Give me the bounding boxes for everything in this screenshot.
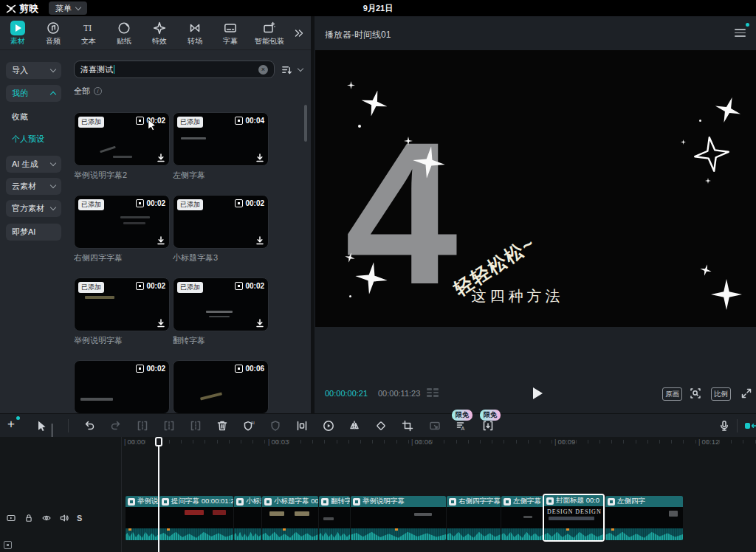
chevron-down-icon	[50, 160, 56, 166]
chevron-down-icon[interactable]	[298, 66, 303, 72]
material-card[interactable]: 已添加 00:02 翻转字幕	[173, 277, 269, 345]
undo-button[interactable]	[83, 419, 96, 432]
snap-icon[interactable]	[744, 420, 756, 432]
solo-track-icon[interactable]: S	[77, 514, 82, 522]
tab-material[interactable]: 素材	[0, 21, 35, 45]
material-name: 左侧字幕	[173, 170, 269, 180]
split-icon[interactable]	[162, 419, 176, 432]
smart-mask-ai-icon[interactable]: AI	[242, 419, 255, 432]
quality-chip[interactable]: 原画	[662, 387, 682, 401]
split-right-icon[interactable]	[189, 419, 202, 432]
chevron-down-icon[interactable]	[52, 424, 52, 437]
mirror-icon[interactable]	[348, 419, 361, 432]
mute-track-icon[interactable]	[59, 513, 69, 523]
material-card[interactable]: 已添加 00:02 右侧四字字幕	[74, 195, 170, 263]
download-icon[interactable]	[157, 236, 165, 245]
material-card[interactable]: 00:06	[173, 360, 269, 413]
material-card[interactable]: 已添加 00:02 举例说明字幕	[74, 277, 170, 345]
timeline-clip-selected[interactable]: 封面标题 00:0 DESIGN DESIGN	[543, 494, 605, 542]
template-icon	[546, 497, 554, 505]
timeline-clip[interactable]: 小标题字幕 00:	[262, 496, 318, 540]
sidebar-item-official-material[interactable]: 官方素材	[6, 200, 61, 217]
smart-caption-icon[interactable]: A	[455, 419, 468, 432]
sidebar-item-jimeng-ai[interactable]: 即梦AI	[6, 224, 61, 241]
player-menu-icon[interactable]	[735, 29, 746, 39]
timeline-clip[interactable]: 左侧四字	[605, 496, 683, 540]
ruler-label: 00:06	[411, 438, 432, 446]
timeline-clip[interactable]: 举例说明	[126, 496, 159, 540]
sidebar-item-personal-presets[interactable]: 个人预设	[12, 133, 44, 145]
preview-canvas[interactable]: 4 轻轻松松~ 这四种方法	[315, 50, 756, 327]
search-input[interactable]: 清喜测试 ×	[74, 61, 275, 78]
download-icon[interactable]	[255, 236, 264, 245]
material-card[interactable]: 00:02	[74, 360, 170, 413]
material-card[interactable]: 已添加 00:02 举例说明字幕2	[74, 112, 170, 180]
transition-icon	[188, 21, 202, 35]
delete-button[interactable]	[216, 419, 229, 432]
tab-captions[interactable]: 字幕	[213, 21, 248, 45]
material-card[interactable]: 已添加 00:02 小标题字幕3	[173, 195, 269, 263]
mask-icon[interactable]	[269, 419, 282, 432]
download-icon[interactable]	[255, 153, 264, 162]
duration-label: 00:04	[245, 117, 264, 125]
redo-button[interactable]	[109, 419, 123, 432]
download-icon[interactable]	[255, 319, 264, 328]
sort-button[interactable]	[281, 63, 293, 76]
tab-effects[interactable]: 特效	[142, 21, 177, 45]
clip-label: 左侧四字	[617, 497, 645, 506]
sidebar-item-ai-generate[interactable]: AI 生成	[6, 156, 61, 173]
download-icon[interactable]	[157, 153, 165, 162]
timeline-settings-icon[interactable]	[4, 541, 12, 549]
material-name: 小标题字幕3	[173, 252, 269, 263]
timeline-clip[interactable]: 右侧四字字幕	[447, 496, 501, 540]
chevron-down-icon	[50, 204, 56, 210]
material-name: 举例说明字幕	[74, 335, 170, 345]
tab-sticker[interactable]: 贴纸	[106, 21, 142, 45]
select-tool-button[interactable]	[35, 419, 49, 432]
tab-text[interactable]: TI 文本	[71, 21, 106, 45]
preview-layout-icon[interactable]	[427, 388, 439, 397]
add-media-button[interactable]: +	[7, 418, 15, 430]
preview-zoom-icon[interactable]	[689, 387, 702, 400]
sidebar-item-favorites[interactable]: 收藏	[12, 111, 28, 123]
filter-all[interactable]: 全部 i	[74, 86, 102, 97]
download-icon[interactable]	[157, 319, 165, 328]
clip-label: 提问字幕 00:00:01:2	[171, 497, 233, 506]
sidebar-item-import[interactable]: 导入	[6, 62, 61, 79]
timeline-clip[interactable]: 左侧字幕	[501, 496, 543, 540]
tab-smart-pack[interactable]: 智能包装	[248, 21, 291, 45]
split-left-icon[interactable]	[136, 419, 149, 432]
material-name: 翻转字幕	[173, 335, 269, 345]
auto-lyrics-icon[interactable]	[481, 419, 495, 432]
library-scrollbar[interactable]	[304, 105, 307, 142]
sidebar-item-mine[interactable]: 我的	[6, 85, 61, 102]
playhead-line[interactable]	[158, 437, 159, 552]
record-audio-icon[interactable]	[718, 419, 731, 432]
timeline-clip[interactable]: 小标题	[234, 496, 261, 540]
freeze-frame-icon[interactable]	[295, 419, 309, 432]
hide-track-icon[interactable]	[41, 513, 52, 523]
ribbon-expand-button[interactable]	[292, 27, 306, 40]
material-card[interactable]: 已添加 00:04 左侧字幕	[173, 112, 269, 180]
search-value: 清喜测试	[80, 64, 113, 75]
sidebar-item-cloud-material[interactable]: 云素材	[6, 178, 61, 195]
fullscreen-icon[interactable]	[740, 387, 753, 400]
pip-icon[interactable]	[428, 419, 441, 432]
speed-icon[interactable]	[322, 419, 335, 432]
ratio-chip[interactable]: 比例	[711, 387, 731, 401]
sparkle-star-icon	[698, 263, 713, 277]
tab-transitions[interactable]: 转场	[177, 21, 213, 45]
timeline-clip[interactable]: 举例说明字幕	[351, 496, 446, 540]
lock-track-icon[interactable]	[24, 513, 34, 523]
playhead-handle[interactable]	[155, 437, 162, 446]
tab-audio[interactable]: 音频	[35, 21, 71, 45]
clear-search-icon[interactable]: ×	[258, 65, 268, 75]
template-icon	[235, 365, 243, 373]
timeline-clip[interactable]: 提问字幕 00:00:01:2	[159, 496, 233, 540]
rotate-icon[interactable]	[374, 419, 388, 432]
material-thumbnail: 00:06	[173, 360, 269, 413]
play-button[interactable]	[533, 387, 543, 399]
crop-icon[interactable]	[401, 419, 414, 432]
smart-pack-icon	[262, 21, 277, 35]
timeline-clip[interactable]: 翻转字幕	[319, 496, 350, 540]
